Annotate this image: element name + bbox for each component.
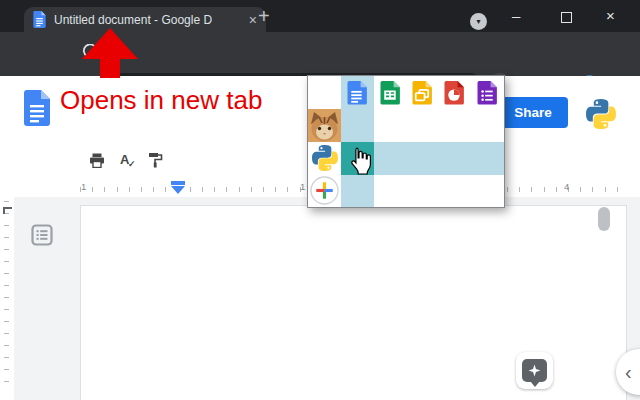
google-docs-logo[interactable] [24, 90, 50, 126]
hand-cursor-icon [348, 146, 372, 176]
profile-badge[interactable]: ▾ [470, 13, 487, 30]
vertical-ruler-ticks [4, 201, 9, 393]
spellcheck-icon[interactable]: A ✓ [120, 152, 129, 167]
ruler-number: 4 [564, 181, 569, 192]
explore-badge [522, 359, 547, 382]
python-avatar[interactable] [586, 99, 616, 129]
annotation-arrow-up [82, 28, 138, 78]
tab-title: Untitled document - Google Doc [54, 13, 212, 27]
chevron-left-icon: ‹ [625, 361, 632, 384]
margin-corner-mark [3, 207, 12, 214]
paint-format-icon[interactable] [148, 152, 163, 168]
document-outline-icon[interactable] [31, 224, 53, 246]
minimize-button[interactable]: – [512, 7, 520, 24]
new-tab-button[interactable]: + [258, 5, 270, 28]
google-sheets-icon[interactable] [378, 80, 403, 105]
cat-photo[interactable] [308, 109, 341, 142]
document-area: ‹ [0, 197, 640, 400]
sparkle-star-icon [527, 363, 542, 378]
google-docs-icon[interactable] [345, 80, 370, 105]
first-line-indent-marker[interactable] [171, 181, 185, 185]
annotation-text: Opens in new tab [60, 85, 262, 116]
tab-close-icon[interactable]: × [249, 12, 257, 28]
print-icon[interactable] [89, 153, 105, 168]
extension-popup-grid [307, 75, 505, 208]
browser-window: Untitled document - Google Doc × + ▾ – ×… [0, 0, 640, 400]
google-forms-icon[interactable] [475, 80, 500, 105]
spellcheck-check: ✓ [128, 159, 136, 169]
python-logo[interactable] [312, 145, 338, 171]
google-new-plus-icon[interactable] [310, 176, 339, 205]
share-button[interactable]: Share [498, 97, 568, 128]
google-drawings-icon[interactable] [442, 80, 467, 105]
browser-tab[interactable]: Untitled document - Google Doc × [24, 7, 266, 32]
ruler-number: 1 [300, 181, 305, 192]
explore-button[interactable] [516, 352, 553, 389]
vertical-ruler[interactable] [0, 197, 14, 400]
ruler-number: 1 [81, 181, 86, 192]
maximize-button[interactable] [561, 12, 572, 23]
left-indent-marker[interactable] [171, 186, 185, 194]
google-slides-icon[interactable] [410, 80, 435, 105]
scrollbar-thumb[interactable] [598, 207, 610, 231]
share-label: Share [514, 105, 552, 120]
docs-favicon-icon [33, 11, 46, 28]
chevron-down-icon: ▾ [476, 17, 480, 26]
close-button[interactable]: × [606, 7, 615, 24]
